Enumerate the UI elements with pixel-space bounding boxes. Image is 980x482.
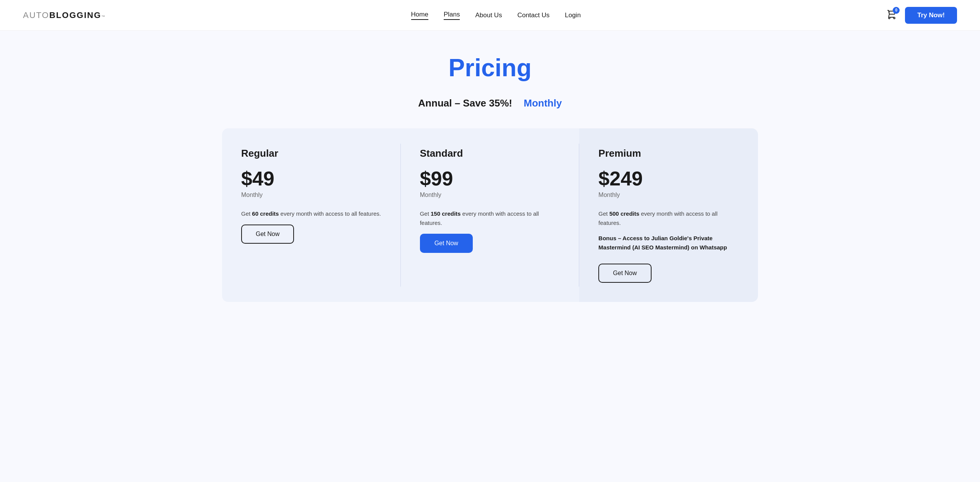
plan-standard: Standard $99 Monthly Get 150 credits eve… bbox=[401, 128, 580, 302]
plan-credits-premium: 500 credits bbox=[609, 210, 639, 217]
plan-period-standard: Monthly bbox=[420, 192, 560, 198]
header-right: 0 Try Now! bbox=[887, 7, 957, 24]
plan-regular: Regular $49 Monthly Get 60 credits every… bbox=[222, 128, 401, 302]
logo-auto: AUTO bbox=[23, 10, 49, 20]
billing-toggle: Annual – Save 35%! Monthly bbox=[31, 97, 949, 109]
billing-annual[interactable]: Annual – Save 35%! bbox=[418, 97, 512, 109]
pricing-cards: Regular $49 Monthly Get 60 credits every… bbox=[222, 128, 758, 302]
plan-bonus-premium: Bonus – Access to Julian Goldie's Privat… bbox=[598, 234, 739, 252]
nav-login[interactable]: Login bbox=[565, 11, 581, 19]
plan-price-premium: $249 bbox=[598, 167, 739, 190]
logo-tm: ™ bbox=[101, 15, 105, 19]
header: AUTOBLOGGING™ Home Plans About Us Contac… bbox=[0, 0, 980, 31]
nav-about[interactable]: About Us bbox=[475, 11, 502, 19]
cart-button[interactable]: 0 bbox=[887, 9, 897, 21]
plan-price-regular: $49 bbox=[241, 167, 382, 190]
try-now-button[interactable]: Try Now! bbox=[905, 7, 957, 24]
main-content: Pricing Annual – Save 35%! Monthly Regul… bbox=[0, 31, 980, 482]
logo: AUTOBLOGGING™ bbox=[23, 10, 105, 20]
plan-desc-standard: Get 150 credits every month with access … bbox=[420, 209, 560, 228]
logo-blogging: BLOGGING bbox=[49, 10, 101, 20]
cart-badge: 0 bbox=[893, 7, 900, 14]
nav-plans[interactable]: Plans bbox=[444, 11, 460, 20]
plan-name-standard: Standard bbox=[420, 148, 560, 159]
nav-home[interactable]: Home bbox=[411, 11, 428, 20]
plan-premium: Premium $249 Monthly Get 500 credits eve… bbox=[579, 128, 758, 302]
plan-credits-standard: 150 credits bbox=[431, 210, 461, 217]
get-now-standard[interactable]: Get Now bbox=[420, 234, 473, 253]
main-nav: Home Plans About Us Contact Us Login bbox=[411, 11, 581, 20]
plan-period-premium: Monthly bbox=[598, 192, 739, 198]
plan-price-standard: $99 bbox=[420, 167, 560, 190]
plan-desc-regular: Get 60 credits every month with access t… bbox=[241, 209, 382, 218]
plan-desc-premium: Get 500 credits every month with access … bbox=[598, 209, 739, 228]
plan-credits-regular: 60 credits bbox=[252, 210, 279, 217]
plan-period-regular: Monthly bbox=[241, 192, 382, 198]
plan-name-regular: Regular bbox=[241, 148, 382, 159]
page-title: Pricing bbox=[31, 54, 949, 82]
plan-bonus-text-premium: Bonus – Access to Julian Goldie's Privat… bbox=[598, 235, 727, 251]
nav-contact[interactable]: Contact Us bbox=[517, 11, 549, 19]
plan-name-premium: Premium bbox=[598, 148, 739, 159]
plan-desc-suffix-regular: every month with access to all features. bbox=[279, 210, 381, 217]
billing-monthly[interactable]: Monthly bbox=[524, 97, 562, 109]
get-now-regular[interactable]: Get Now bbox=[241, 225, 294, 244]
get-now-premium[interactable]: Get Now bbox=[598, 264, 651, 283]
